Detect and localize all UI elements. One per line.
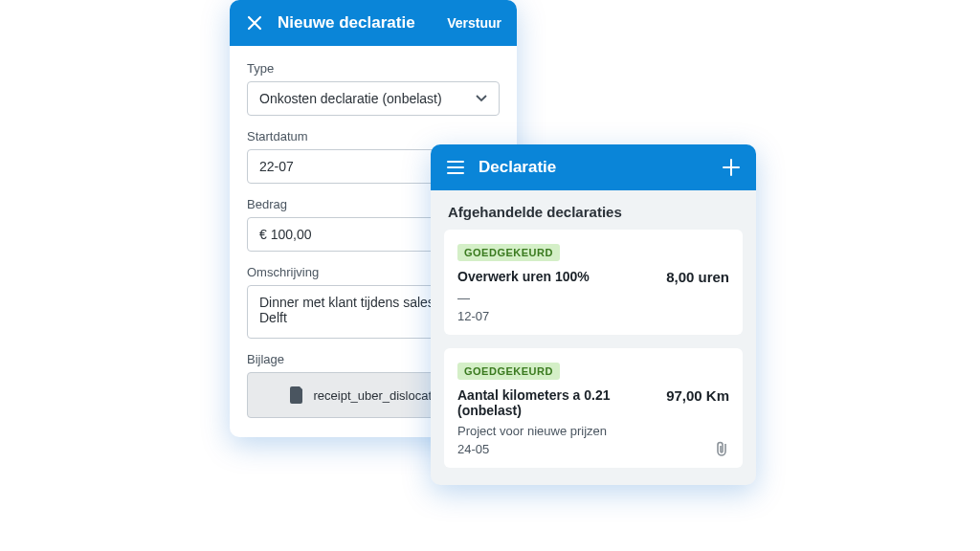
declaration-list-header: Declaratie	[431, 144, 756, 190]
type-label: Type	[247, 61, 500, 76]
menu-icon[interactable]	[446, 158, 465, 177]
list-item[interactable]: GOEDGEKEURD Aantal kilometers a 0.21 (on…	[444, 348, 743, 468]
add-icon[interactable]	[722, 158, 741, 177]
status-badge: GOEDGEKEURD	[457, 244, 560, 261]
item-amount: 97,00 Km	[666, 387, 729, 404]
start-date-value: 22-07	[259, 159, 294, 174]
item-subtitle: —	[457, 291, 729, 305]
new-declaration-header: Nieuwe declaratie Verstuur	[230, 0, 517, 46]
item-subtitle: Project voor nieuwe prijzen	[457, 424, 729, 438]
amount-value: € 100,00	[259, 227, 312, 242]
declaration-list-body: GOEDGEKEURD Overwerk uren 100% 8,00 uren…	[431, 230, 756, 485]
paperclip-icon	[715, 440, 729, 456]
new-declaration-title: Nieuwe declaratie	[278, 13, 434, 33]
declaration-list-title: Declaratie	[479, 158, 708, 177]
chevron-down-icon	[476, 95, 487, 102]
item-date: 12-07	[457, 309, 729, 323]
close-icon[interactable]	[245, 13, 264, 33]
section-title: Afgehandelde declaraties	[431, 190, 756, 230]
file-icon	[290, 386, 304, 404]
list-item[interactable]: GOEDGEKEURD Overwerk uren 100% 8,00 uren…	[444, 230, 743, 335]
type-select[interactable]: Onkosten declaratie (onbelast)	[247, 81, 500, 116]
declaration-list-card: Declaratie Afgehandelde declaraties GOED…	[431, 144, 756, 485]
item-title: Aantal kilometers a 0.21 (onbelast)	[457, 387, 657, 418]
item-title: Overwerk uren 100%	[457, 269, 657, 284]
status-badge: GOEDGEKEURD	[457, 363, 560, 380]
item-amount: 8,00 uren	[666, 269, 729, 285]
start-date-label: Startdatum	[247, 129, 500, 143]
submit-button[interactable]: Verstuur	[447, 15, 501, 31]
type-value: Onkosten declaratie (onbelast)	[259, 91, 442, 106]
item-date: 24-05	[457, 442, 729, 456]
